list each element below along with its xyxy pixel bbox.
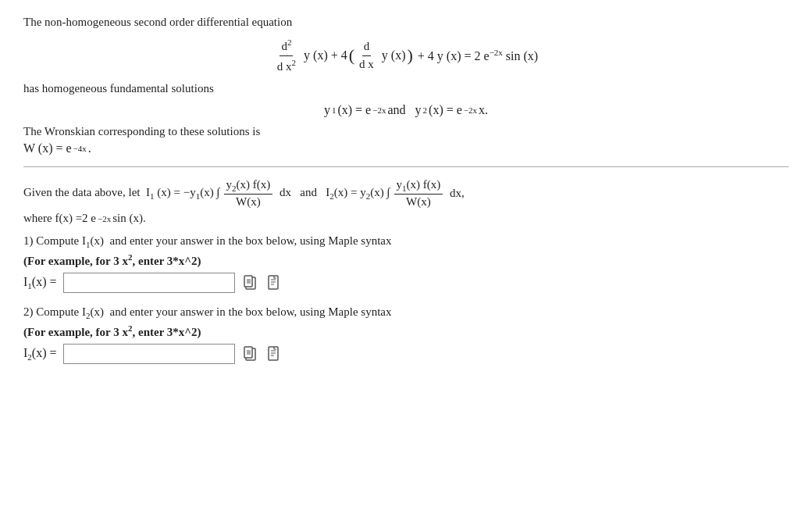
compute-i1-example: (For example, for 3 x2, enter 3*x^2) bbox=[23, 252, 789, 268]
fundamental-solutions: y1 (x) = e−2x and y2 (x) = e−2x x. bbox=[23, 103, 789, 117]
i1-input[interactable] bbox=[63, 273, 235, 293]
where-fx: where f(x) =2 e−2x sin (x). bbox=[23, 212, 789, 225]
d-fraction: d d x bbox=[358, 39, 376, 72]
paste-icon-2 bbox=[267, 346, 280, 362]
i2-copy-button[interactable] bbox=[241, 345, 258, 362]
d2-fraction: d2 d x2 bbox=[276, 37, 297, 74]
compute-i2-example: (For example, for 3 x2, enter 3*x^2) bbox=[23, 323, 789, 339]
paste-icon bbox=[267, 275, 280, 291]
i2-input[interactable] bbox=[63, 344, 235, 364]
i1-label: I1(x) = bbox=[23, 275, 57, 291]
wronskian-value: W (x) = e−4x. bbox=[23, 141, 789, 155]
i2-answer-row: I2(x) = bbox=[23, 344, 789, 364]
intro-text: The non-homogeneous second order differe… bbox=[23, 16, 789, 29]
i2-paste-button[interactable] bbox=[265, 345, 282, 362]
compute-i1-section: 1) Compute I1(x) and enter your answer i… bbox=[23, 234, 789, 293]
i2-label: I2(x) = bbox=[23, 346, 57, 362]
compute-i2-label: 2) Compute I2(x) and enter your answer i… bbox=[23, 305, 789, 320]
copy-icon-2 bbox=[243, 346, 257, 362]
divider bbox=[23, 166, 789, 167]
wronskian-text: The Wronskian corresponding to these sol… bbox=[23, 125, 789, 138]
i2-fraction: y1(x) f(x) W(x) bbox=[394, 178, 443, 209]
i1-answer-row: I1(x) = bbox=[23, 273, 789, 293]
compute-i2-section: 2) Compute I2(x) and enter your answer i… bbox=[23, 305, 789, 364]
copy-icon bbox=[243, 275, 257, 291]
i1-copy-button[interactable] bbox=[241, 274, 258, 291]
main-equation: d2 d x2 y (x) + 4 ( d d x y (x) ) + 4 y … bbox=[23, 37, 789, 74]
i1-paste-button[interactable] bbox=[265, 274, 282, 291]
i1-fraction: y2(x) f(x) W(x) bbox=[224, 178, 273, 209]
has-solutions-text: has homogeneous fundamental solutions bbox=[23, 82, 789, 95]
given-data-line: Given the data above, let I1 (x) = −y1(x… bbox=[23, 178, 789, 209]
compute-i1-label: 1) Compute I1(x) and enter your answer i… bbox=[23, 234, 789, 249]
